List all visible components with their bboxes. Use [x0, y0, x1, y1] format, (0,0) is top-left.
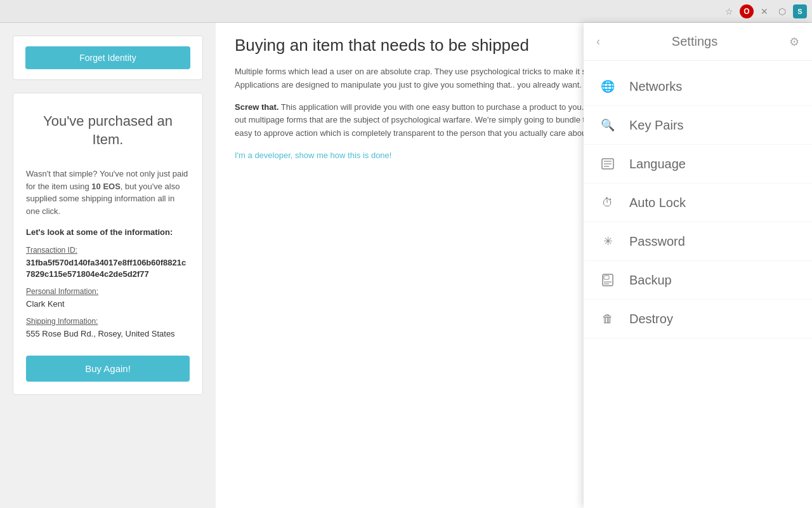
- key-pairs-label: Key Pairs: [629, 118, 684, 133]
- opera-icon[interactable]: O: [740, 4, 754, 18]
- language-icon: [599, 155, 617, 173]
- settings-header: ‹ Settings ⚙: [584, 23, 812, 61]
- settings-item-auto-lock[interactable]: ⏱ Auto Lock: [584, 184, 812, 222]
- forget-identity-button[interactable]: Forget Identity: [25, 46, 190, 69]
- settings-panel: ‹ Settings ⚙ 🌐 Networks 🔍 Key Pairs: [584, 23, 812, 508]
- shipping-section: Shipping Information: 555 Rose Bud Rd., …: [26, 317, 190, 339]
- settings-title: Settings: [672, 34, 717, 49]
- browser-toolbar: ☆ O ✕ ⬡ S: [0, 0, 812, 23]
- transaction-label: Transaction ID:: [26, 246, 190, 255]
- back-arrow-icon: ‹: [596, 35, 600, 48]
- settings-item-password[interactable]: ✳ Password: [584, 222, 812, 261]
- main-content: Forget Identity You've purchased an Item…: [0, 23, 812, 508]
- language-label: Language: [629, 157, 686, 171]
- backup-label: Backup: [629, 273, 672, 288]
- password-icon: ✳: [599, 232, 617, 250]
- transaction-section: Transaction ID: 31fba5f570d140fa34017e8f…: [26, 246, 190, 279]
- left-panel: Forget Identity You've purchased an Item…: [0, 23, 216, 508]
- purchase-description: Wasn't that simple? You've not only just…: [26, 168, 190, 217]
- networks-icon: 🌐: [599, 77, 617, 95]
- personal-section: Personal Information: Clark Kent: [26, 287, 190, 309]
- developer-link[interactable]: I'm a developer, show me how this is don…: [235, 150, 391, 160]
- backup-icon: [599, 271, 617, 289]
- settings-menu: 🌐 Networks 🔍 Key Pairs Language: [584, 61, 812, 345]
- settings-item-language[interactable]: Language: [584, 145, 812, 184]
- settings-back-button[interactable]: ‹: [596, 35, 600, 48]
- settings-gear-icon[interactable]: ⚙: [789, 35, 799, 49]
- settings-item-backup[interactable]: Backup: [584, 261, 812, 300]
- personal-value: Clark Kent: [26, 299, 65, 309]
- extension-icon[interactable]: ⬡: [775, 4, 789, 18]
- scatter-icon[interactable]: S: [793, 4, 807, 18]
- lets-look-text: Let's look at some of the information:: [26, 227, 190, 237]
- password-label: Password: [629, 234, 685, 249]
- svg-rect-5: [604, 276, 609, 279]
- eos-amount: 10 EOS: [91, 182, 121, 191]
- shipping-value: 555 Rose Bud Rd., Rosey, United States: [26, 329, 175, 338]
- close-icon[interactable]: ✕: [757, 4, 771, 18]
- key-pairs-icon: 🔍: [599, 116, 617, 134]
- networks-label: Networks: [629, 79, 682, 94]
- buy-again-button[interactable]: Buy Again!: [26, 356, 190, 382]
- settings-item-destroy[interactable]: 🗑 Destroy: [584, 300, 812, 338]
- transaction-id: 31fba5f570d140fa34017e8ff106b60f8821c782…: [26, 258, 186, 279]
- star-icon[interactable]: ☆: [722, 4, 736, 18]
- settings-item-networks[interactable]: 🌐 Networks: [584, 67, 812, 106]
- destroy-icon: 🗑: [599, 310, 617, 328]
- screw-that-text: Screw that.: [235, 102, 278, 112]
- personal-label: Personal Information:: [26, 287, 190, 296]
- auto-lock-label: Auto Lock: [629, 196, 686, 210]
- settings-item-key-pairs[interactable]: 🔍 Key Pairs: [584, 106, 812, 145]
- shipping-label: Shipping Information:: [26, 317, 190, 326]
- purchase-card: You've purchased an Item. Wasn't that si…: [13, 93, 203, 395]
- destroy-label: Destroy: [629, 312, 673, 326]
- forget-identity-card: Forget Identity: [13, 36, 203, 80]
- purchase-title: You've purchased an Item.: [26, 106, 190, 155]
- auto-lock-icon: ⏱: [599, 194, 617, 211]
